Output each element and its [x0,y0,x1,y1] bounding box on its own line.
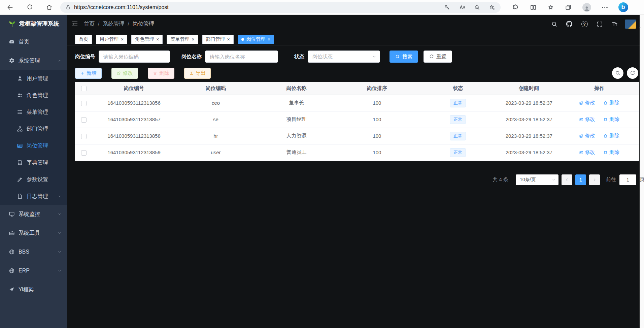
export-button[interactable]: 导出 [184,68,211,79]
browser-toolbar: https://ccnetcore.com:1101/system/post b [0,0,644,15]
split-screen-icon[interactable] [530,4,537,11]
breadcrumb-current: 岗位管理 [133,21,154,28]
breadcrumb-system[interactable]: 系统管理 [103,21,124,28]
close-icon[interactable]: × [227,37,230,42]
post-name-input[interactable] [205,51,278,63]
browser-home-button[interactable] [43,2,55,13]
delete-button-disabled[interactable]: 删除 [148,68,174,79]
tab-users[interactable]: 用户管理 × [96,35,127,44]
prev-page-button[interactable] [562,174,572,185]
row-delete-link[interactable]: 删除 [603,149,619,156]
tab-menus[interactable]: 菜单管理 × [167,35,198,44]
browser-settings-menu[interactable] [602,7,608,8]
header-search-icon[interactable] [549,19,559,29]
add-button[interactable]: 新增 [75,68,102,79]
fullscreen-icon[interactable] [595,19,605,29]
toggle-search-button[interactable] [612,67,623,79]
tab-label: 首页 [79,36,88,42]
status-badge: 正常 [450,115,466,124]
font-size-icon[interactable] [610,19,620,29]
row-delete-link[interactable]: 删除 [603,100,619,106]
row-checkbox[interactable] [81,150,87,156]
goto-label: 前往 [606,176,616,183]
caret-down-icon[interactable] [638,26,642,30]
edit-button-disabled[interactable]: 修改 [111,68,138,79]
close-icon[interactable]: × [156,37,159,42]
add-favorite-icon[interactable] [489,4,495,10]
post-code-input[interactable] [99,51,170,63]
lock-icon[interactable] [66,5,71,10]
users-icon [17,92,23,98]
collapse-sidebar-icon[interactable] [71,20,78,28]
tab-posts-active[interactable]: 岗位管理 × [238,35,274,44]
monitor-icon [9,211,15,217]
sidebar-item-label: 菜单管理 [27,109,48,116]
sidebar-item-logs[interactable]: 日志管理 [0,188,67,205]
row-edit-link[interactable]: 修改 [579,149,595,156]
sidebar-item-bbs[interactable]: BBS [0,242,67,261]
zoom-out-icon[interactable] [474,4,480,10]
sidebar-item-menus[interactable]: 菜单管理 [0,104,67,121]
sidebar-item-system[interactable]: 系统管理 [0,51,67,70]
sidebar-item-posts[interactable]: 岗位管理 [0,137,67,154]
row-edit-link[interactable]: 修改 [579,133,595,139]
sidebar-item-parameters[interactable]: 参数设置 [0,171,67,188]
select-all-checkbox[interactable] [81,86,87,91]
help-icon[interactable]: ? [579,19,589,29]
sidebar-item-dictionaries[interactable]: 字典管理 [0,154,67,171]
password-key-icon[interactable] [444,4,450,10]
address-bar[interactable]: https://ccnetcore.com:1101/system/post [60,2,501,13]
tab-departments[interactable]: 部门管理 × [202,35,234,44]
refresh-table-button[interactable] [627,67,638,79]
close-icon[interactable]: × [268,37,270,42]
sidebar-item-home[interactable]: 首页 [0,32,67,51]
sidebar-item-yi-framework[interactable]: Yi框架 [0,280,67,299]
sidebar-item-erp[interactable]: ERP [0,261,67,280]
github-icon[interactable] [564,19,574,29]
row-delete-link[interactable]: 删除 [603,116,619,123]
row-edit-link[interactable]: 修改 [579,100,595,106]
goto-page-input[interactable] [619,174,636,185]
reset-button[interactable]: 重置 [423,51,452,63]
cell-created: 2023-03-29 18:52:37 [499,95,560,111]
extensions-icon[interactable] [512,4,519,11]
page: 意框架管理系统 首页 系统管理 用户管理 角色管理 [0,15,644,328]
tab-roles[interactable]: 角色管理 × [131,35,163,44]
collections-icon[interactable] [565,4,572,11]
sidebar-item-users[interactable]: 用户管理 [0,70,67,87]
tab-home[interactable]: 首页 [75,35,92,44]
browser-profile-avatar[interactable] [582,3,591,12]
sidebar-item-departments[interactable]: 部门管理 [0,121,67,137]
sidebar-item-label: 首页 [19,38,29,45]
sidebar-item-tools[interactable]: 系统工具 [0,224,67,242]
page-number-1[interactable]: 1 [575,174,586,185]
page-size-select[interactable]: 10条/页 [516,174,558,185]
search-button[interactable]: 搜索 [389,51,418,63]
row-edit-link[interactable]: 修改 [579,116,595,123]
sidebar-item-label: BBS [19,249,29,255]
status-select[interactable]: 岗位状态 [308,51,380,63]
col-post-sort: 岗位排序 [337,82,417,95]
read-aloud-icon[interactable] [459,4,465,10]
trash-icon [603,101,608,105]
row-checkbox[interactable] [81,134,87,139]
favorites-icon[interactable] [547,4,554,11]
close-icon[interactable]: × [121,37,124,42]
next-page-button[interactable] [589,174,600,185]
user-avatar-logo[interactable] [625,20,636,29]
breadcrumb-home[interactable]: 首页 [84,21,95,28]
sidebar-item-label: 系统工具 [19,230,40,237]
breadcrumb: 首页 / 系统管理 / 岗位管理 [84,21,154,28]
row-checkbox[interactable] [81,101,87,106]
app-logo[interactable]: 意框架管理系统 [0,15,67,32]
browser-back-button[interactable] [4,2,16,13]
row-delete-link[interactable]: 删除 [603,133,619,139]
chevron-down-icon [58,250,62,254]
sidebar-item-monitoring[interactable]: 系统监控 [0,205,67,224]
globe-icon [9,268,15,274]
copilot-bing-icon[interactable]: b [618,2,628,12]
browser-refresh-button[interactable] [24,2,35,13]
sidebar-item-roles[interactable]: 角色管理 [0,87,67,104]
close-icon[interactable]: × [192,37,194,42]
row-checkbox[interactable] [81,117,87,123]
